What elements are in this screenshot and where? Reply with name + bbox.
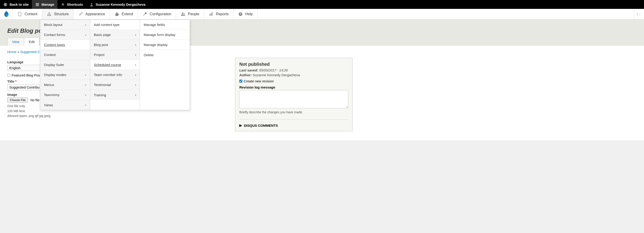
back-to-site-label: Back to site <box>10 2 29 6</box>
disqus-label: DISQUS COMMENTS <box>244 124 278 127</box>
menu-people-label: People <box>188 12 199 16</box>
menu-structure[interactable]: Structure <box>42 9 74 19</box>
user-button[interactable]: Suzanne Kennedy Dergacheva <box>86 0 148 9</box>
menu-configuration[interactable]: Configuration <box>138 9 176 19</box>
menu-delete[interactable]: Delete <box>140 50 190 60</box>
drupal-logo[interactable] <box>0 9 13 19</box>
chevron-right-icon: › <box>85 83 86 87</box>
menu-manage-display[interactable]: Manage display <box>140 40 190 50</box>
puzzle-icon <box>114 11 119 17</box>
revision-log-textarea[interactable] <box>239 90 348 108</box>
revision-log-label: Revision log message <box>239 85 348 89</box>
back-to-site-button[interactable]: Back to site <box>0 0 32 9</box>
menu-menus[interactable]: Menus› <box>40 80 90 90</box>
featured-checkbox[interactable] <box>7 74 10 77</box>
svg-rect-5 <box>49 15 50 16</box>
bar-chart-icon <box>208 11 214 17</box>
star-icon <box>60 2 65 7</box>
menu-blog-post[interactable]: Blog post› <box>90 40 140 50</box>
menu-reports-label: Reports <box>216 12 229 16</box>
menu-display-modes[interactable]: Display modes› <box>40 70 90 80</box>
menu-extend[interactable]: Extend <box>110 9 138 19</box>
menu-taxonomy[interactable]: Taxonomy› <box>40 90 90 100</box>
chevron-right-icon: › <box>85 103 86 107</box>
breadcrumb-current[interactable]: Suggested C <box>20 50 40 54</box>
svg-point-1 <box>91 3 92 4</box>
document-icon <box>17 11 22 17</box>
content-types-menu-column: Add content type Basic page› Blog post› … <box>90 19 140 110</box>
hierarchy-icon <box>47 11 52 17</box>
menu-basic-page[interactable]: Basic page› <box>90 30 140 40</box>
last-saved-value: 05/05/2017 - 14:26 <box>258 68 288 72</box>
choose-file-button[interactable]: Choose File <box>7 97 28 103</box>
type-submenu-column: Manage fields Manage form display Manage… <box>140 19 190 110</box>
svg-rect-3 <box>49 12 50 13</box>
wrench-icon <box>142 11 147 17</box>
author-label: Author: <box>239 73 252 77</box>
create-revision-checkbox[interactable] <box>239 80 242 83</box>
user-label: Suzanne Kennedy Dergacheva <box>96 2 145 6</box>
toolbar-collapse-button[interactable]: │← <box>634 9 644 19</box>
breadcrumb-home[interactable]: Home <box>7 50 16 54</box>
no-file-label: No file <box>30 98 40 102</box>
menu-add-content-type[interactable]: Add content type <box>90 20 140 30</box>
disqus-accordion[interactable]: ▶ DISQUS COMMENTS <box>239 119 348 127</box>
tab-edit[interactable]: Edit <box>24 37 40 46</box>
svg-point-0 <box>4 3 7 6</box>
shortcuts-button[interactable]: Shortcuts <box>58 0 86 9</box>
chevron-right-icon: › <box>85 93 86 97</box>
svg-text:?: ? <box>240 12 241 16</box>
shortcuts-label: Shortcuts <box>67 2 83 6</box>
tab-view[interactable]: View <box>7 37 24 46</box>
structure-menu-column: Block layout› Contact forms› Content typ… <box>40 19 90 110</box>
structure-dropdown: Block layout› Contact forms› Content typ… <box>40 19 190 110</box>
menu-scheduled-course[interactable]: Scheduled course› <box>90 60 140 70</box>
menu-content[interactable]: Content <box>13 9 42 19</box>
brush-icon <box>78 11 83 17</box>
file-desc-types: Allowed types: png gif jpg jpeg. <box>7 114 226 118</box>
people-icon <box>180 11 186 17</box>
triangle-right-icon: ▶ <box>239 123 242 127</box>
chevron-right-icon: › <box>135 33 136 37</box>
menu-structure-label: Structure <box>54 12 69 16</box>
menu-training[interactable]: Training› <box>90 90 140 100</box>
hamburger-icon <box>35 2 40 7</box>
menu-extend-label: Extend <box>122 12 133 16</box>
last-saved-label: Last saved: <box>239 68 258 72</box>
menu-manage-form-display[interactable]: Manage form display <box>140 30 190 40</box>
menu-reports[interactable]: Reports <box>204 9 234 19</box>
language-input[interactable] <box>7 65 42 71</box>
meta-sidebar: Not published Last saved: 05/05/2017 - 1… <box>235 58 352 131</box>
menu-appearance[interactable]: Appearance <box>74 9 110 19</box>
svg-point-7 <box>182 12 183 14</box>
menu-help[interactable]: ? Help <box>234 9 258 19</box>
svg-rect-9 <box>210 14 210 16</box>
menu-display-suite[interactable]: Display Suite <box>40 60 90 70</box>
collapse-icon: │← <box>636 12 642 16</box>
chevron-right-icon: › <box>135 43 136 47</box>
menu-help-label: Help <box>245 12 253 16</box>
menu-block-layout[interactable]: Block layout› <box>40 20 90 30</box>
featured-label: Featured Blog Pos <box>12 73 40 77</box>
manage-button[interactable]: Manage <box>32 0 58 9</box>
menu-testimonial[interactable]: Testimonial› <box>90 80 140 90</box>
menu-team-member-info[interactable]: Team member info› <box>90 70 140 80</box>
menu-content-types[interactable]: Content types <box>40 40 90 50</box>
svg-point-2 <box>6 14 8 15</box>
menu-context[interactable]: Context <box>40 50 90 60</box>
chevron-right-icon: › <box>135 53 136 57</box>
menu-people[interactable]: People <box>176 9 204 19</box>
menu-content-label: Content <box>24 12 37 16</box>
chevron-right-icon: › <box>135 93 136 97</box>
menu-views[interactable]: Views› <box>40 100 90 110</box>
chevron-right-icon: › <box>85 23 86 27</box>
menu-manage-fields[interactable]: Manage fields <box>140 20 190 30</box>
chevron-right-icon: › <box>85 33 86 37</box>
chevron-right-icon: › <box>135 73 136 77</box>
publish-status: Not published <box>239 62 348 67</box>
svg-rect-11 <box>212 12 212 16</box>
admin-menu-bar: Content Structure Appearance Extend Conf… <box>0 9 644 19</box>
menu-contact-forms[interactable]: Contact forms› <box>40 30 90 40</box>
menu-project[interactable]: Project› <box>90 50 140 60</box>
menu-configuration-label: Configuration <box>150 12 171 16</box>
